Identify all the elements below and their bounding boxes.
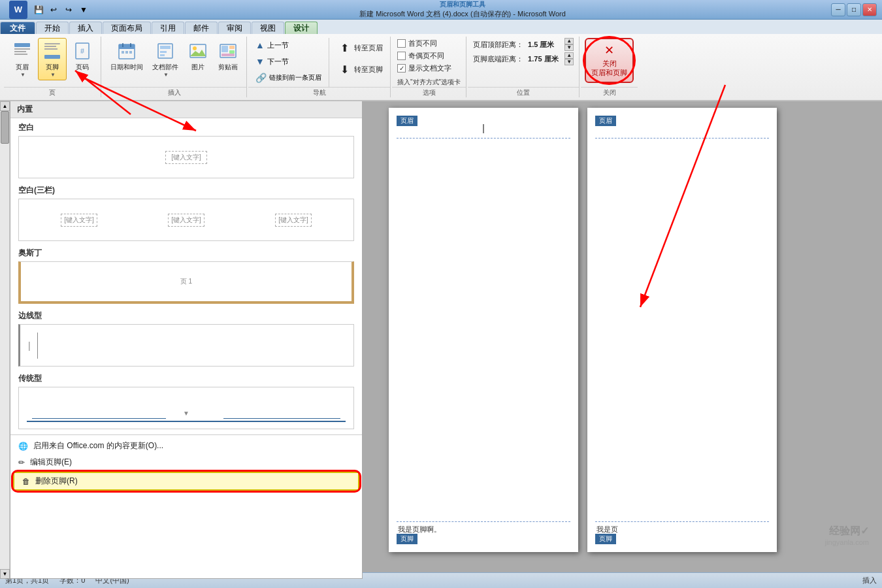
tab-file[interactable]: 文件 xyxy=(0,22,35,34)
template-traditional-preview: ▼ xyxy=(18,387,354,429)
watermark-text: 经验网✓ xyxy=(825,525,869,538)
template-threecol-container[interactable]: 空白(三栏) [键入文字] [键入文字] [键入文字] xyxy=(10,181,362,244)
prev-section-label: 上一节 xyxy=(267,41,289,50)
template-traditional-container[interactable]: 传统型 ▼ xyxy=(10,369,362,432)
close-header-footer-btn[interactable]: ✕ 关闭页眉和页脚 xyxy=(585,38,634,83)
tab-view[interactable]: 视图 xyxy=(252,22,284,34)
edit-footer-item[interactable]: ✏ 编辑页脚(E) xyxy=(10,454,362,470)
goto-header-label: 转至页眉 xyxy=(354,43,383,53)
link-prev-header-btn[interactable]: 🔗 链接到前一条页眉 xyxy=(252,71,325,85)
left-scrollbar[interactable]: ▲ ▼ xyxy=(0,101,10,579)
qa-undo[interactable]: ↩ xyxy=(47,3,60,16)
page2-footer-content: 我是页 xyxy=(595,522,769,537)
svg-rect-4 xyxy=(44,43,60,44)
doc-page1-header-area: 页眉 xyxy=(397,116,570,139)
show-doc-text[interactable]: 显示文档文字 xyxy=(397,63,461,74)
svg-rect-6 xyxy=(44,48,57,50)
scrollbar-down-btn[interactable]: ▼ xyxy=(0,569,10,579)
datetime-btn[interactable]: 日期和时间 xyxy=(106,38,147,74)
minimize-btn[interactable]: ─ xyxy=(831,3,845,16)
footer-bottom-down[interactable]: ▼ xyxy=(564,59,574,65)
svg-rect-24 xyxy=(221,46,228,52)
ribbon-content: 页眉 ▼ 页脚 ▼ # 页码 ▼ 页 xyxy=(0,34,882,100)
tab-home[interactable]: 开始 xyxy=(36,22,69,34)
template-blank-container[interactable]: 空白 [键入文字] xyxy=(10,118,362,181)
footer-dropdown-panel: 内置 空白 [键入文字] 空白(三栏) [键入文字] [键入文字] [键入文字]… xyxy=(10,101,363,579)
delete-footer-label: 删除页脚(R) xyxy=(35,476,78,487)
doc-page2-body xyxy=(595,147,769,513)
tab-references[interactable]: 引用 xyxy=(152,22,184,34)
qa-redo[interactable]: ↪ xyxy=(62,3,75,16)
goto-header-btn[interactable]: ⬆ 转至页眉 xyxy=(333,38,386,57)
close-group-label: 关闭 xyxy=(581,87,638,97)
doc-page-2: 页眉 页脚 我是页 xyxy=(587,108,777,552)
picture-icon xyxy=(188,41,208,61)
template-blank-text: [键入文字] xyxy=(165,151,207,164)
next-section-btn[interactable]: ▼ 下一节 xyxy=(252,54,325,69)
nav-group-label: 导航 xyxy=(248,87,390,97)
update-from-office-item[interactable]: 🌐 启用来自 Office.com 的内容更新(O)... xyxy=(10,438,362,454)
svg-rect-16 xyxy=(129,51,132,54)
template-border-container[interactable]: 边线型 | xyxy=(10,306,362,369)
tab-page-layout[interactable]: 页面布局 xyxy=(103,22,151,34)
ribbon-group-close: ✕ 关闭页眉和页脚 关闭 xyxy=(581,37,638,97)
doc-page1-footer-area: 页脚 我是页脚啊。 xyxy=(397,521,570,544)
first-page-different[interactable]: 首页不同 xyxy=(397,38,461,49)
scrollbar-thumb[interactable] xyxy=(1,111,9,144)
svg-rect-15 xyxy=(125,51,128,54)
footer-dropdown-arrow: ▼ xyxy=(50,72,56,78)
header-top-distance-row: 页眉顶部距离： 1.5 厘米 ▲ ▼ xyxy=(473,38,574,51)
footer-bottom-spinner[interactable]: ▲ ▼ xyxy=(564,52,574,65)
edit-icon: ✏ xyxy=(18,458,25,467)
template-border-preview: | xyxy=(18,324,354,367)
page-number-icon: # xyxy=(72,41,93,61)
ribbon: 文件 开始 插入 页面布局 引用 邮件 审阅 视图 设计 页眉 ▼ xyxy=(0,20,882,101)
maximize-btn[interactable]: □ xyxy=(847,3,861,16)
qa-dropdown[interactable]: ▼ xyxy=(77,3,90,16)
picture-btn[interactable]: 图片 xyxy=(184,38,212,74)
template-austin-preview: 页 1 xyxy=(18,261,354,304)
tab-review[interactable]: 审阅 xyxy=(218,22,251,34)
delete-footer-item[interactable]: 🗑 删除页脚(R) xyxy=(13,472,359,491)
footer-bottom-value: 1.75 厘米 xyxy=(528,54,561,64)
header-top-spinner[interactable]: ▲ ▼ xyxy=(564,38,574,51)
clipart-btn[interactable]: 剪贴画 xyxy=(214,38,242,74)
alignment-tab-option[interactable]: 插入"对齐方式"选项卡 xyxy=(397,78,461,87)
update-label: 启用来自 Office.com 的内容更新(O)... xyxy=(33,440,163,451)
svg-rect-19 xyxy=(160,51,167,53)
page-number-btn[interactable]: # 页码 ▼ xyxy=(68,38,97,80)
tab-insert[interactable]: 插入 xyxy=(69,22,102,34)
ribbon-group-options: 首页不同 奇偶页不同 显示文档文字 插入"对齐方式"选项卡 选项 xyxy=(392,37,466,97)
show-doc-text-checkbox[interactable] xyxy=(397,64,406,73)
first-page-different-checkbox[interactable] xyxy=(397,39,406,48)
docparts-icon xyxy=(155,41,176,61)
dropdown-header: 内置 xyxy=(10,101,362,118)
template-austin-container[interactable]: 奥斯丁 页 1 xyxy=(10,244,362,306)
clipart-icon xyxy=(218,41,238,61)
picture-btn-label: 图片 xyxy=(191,63,204,72)
close-btn[interactable]: ✕ xyxy=(862,3,877,16)
odd-even-different[interactable]: 奇偶页不同 xyxy=(397,50,461,61)
odd-even-different-label: 奇偶页不同 xyxy=(408,51,444,61)
footer-bottom-up[interactable]: ▲ xyxy=(564,52,574,59)
title-bar-title: 新建 Microsoft Word 文档 (4).docx (自动保存的) - … xyxy=(359,9,566,19)
window-controls: ─ □ ✕ xyxy=(831,3,877,16)
svg-rect-1 xyxy=(14,48,30,50)
page2-header-label: 页眉 xyxy=(595,116,616,126)
odd-even-different-checkbox[interactable] xyxy=(397,52,406,60)
goto-footer-btn[interactable]: ⬇ 转至页脚 xyxy=(333,59,386,79)
svg-text:#: # xyxy=(80,46,84,56)
qa-save[interactable]: 💾 xyxy=(32,3,45,16)
header-btn[interactable]: 页眉 ▼ xyxy=(8,38,37,80)
svg-rect-20 xyxy=(160,54,165,56)
header-top-up[interactable]: ▲ xyxy=(564,38,574,44)
header-top-down[interactable]: ▼ xyxy=(564,44,574,51)
tab-mailings[interactable]: 邮件 xyxy=(185,22,218,34)
scrollbar-up-btn[interactable]: ▲ xyxy=(0,101,10,111)
tab-design[interactable]: 设计 xyxy=(285,22,318,34)
docparts-btn[interactable]: 文档部件 ▼ xyxy=(148,38,182,80)
template-blank-name: 空白 xyxy=(18,122,354,133)
prev-section-btn[interactable]: ▲ 上一节 xyxy=(252,38,325,52)
footer-btn[interactable]: 页脚 ▼ xyxy=(38,38,67,80)
nav-top-group: ▲ 上一节 ▼ 下一节 🔗 链接到前一条页眉 xyxy=(252,38,325,87)
